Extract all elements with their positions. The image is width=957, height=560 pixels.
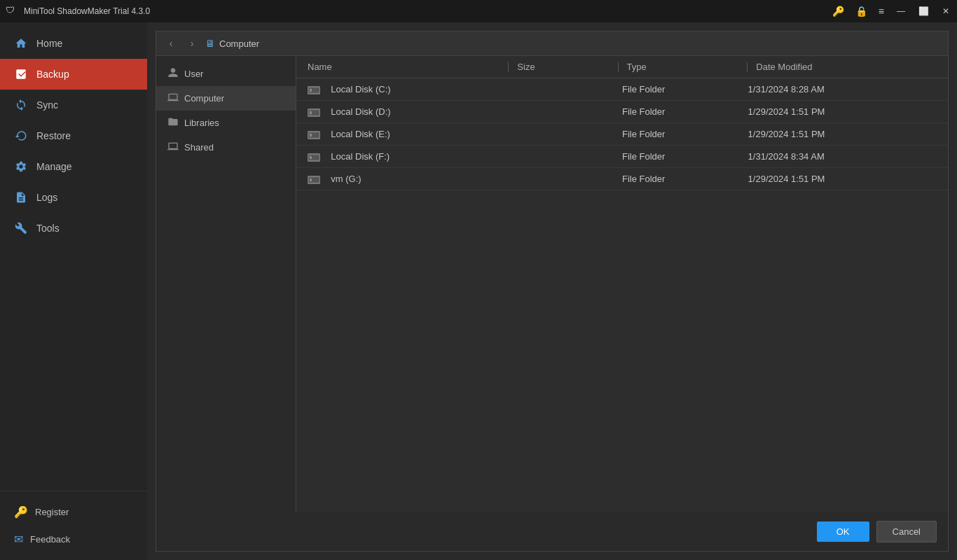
app-logo-icon: 🛡 xyxy=(6,5,18,18)
feedback-label: Feedback xyxy=(30,534,70,545)
file-list-headers: Name Size Type Date Modified xyxy=(296,56,948,78)
tree-panel: User Computer Libraries xyxy=(156,56,296,512)
tree-label-libraries: Libraries xyxy=(184,118,219,128)
key-icon[interactable]: 🔑 xyxy=(832,6,844,17)
svg-rect-2 xyxy=(310,89,312,92)
file-name-cell: Local Disk (F:) xyxy=(308,151,517,162)
register-icon: 🔑 xyxy=(14,505,28,519)
column-divider-3 xyxy=(747,62,748,72)
sidebar-item-manage[interactable]: Manage xyxy=(0,151,147,182)
disk-icon xyxy=(308,85,325,94)
close-button[interactable]: ✕ xyxy=(940,6,951,17)
minimize-button[interactable]: — xyxy=(895,6,907,17)
user-tree-icon xyxy=(167,67,179,80)
computer-address-icon: 🖥 xyxy=(205,38,215,49)
computer-tree-icon xyxy=(167,92,179,105)
back-button[interactable]: ‹ xyxy=(163,36,179,51)
address-bar: 🖥 Computer xyxy=(205,38,259,49)
tree-item-user[interactable]: User xyxy=(156,62,296,86)
file-name-cell: Local Disk (C:) xyxy=(308,84,517,94)
column-divider-2 xyxy=(618,62,619,72)
sidebar-label-home: Home xyxy=(36,38,62,49)
sidebar-item-home[interactable]: Home xyxy=(0,28,147,59)
tree-label-user: User xyxy=(184,69,203,79)
sidebar-item-sync[interactable]: Sync xyxy=(0,90,147,120)
file-name-cell: Local Disk (D:) xyxy=(308,106,517,117)
sync-icon xyxy=(14,98,28,112)
content-area: ‹ › 🖥 Computer User xyxy=(147,22,957,560)
file-date-cell: 1/31/2024 8:34 AM xyxy=(748,151,937,162)
tree-label-shared: Shared xyxy=(184,142,214,153)
sidebar-item-logs[interactable]: Logs xyxy=(0,182,147,213)
file-type-cell: File Folder xyxy=(622,106,748,117)
disk-icon xyxy=(308,152,325,162)
restore-button[interactable]: ⬜ xyxy=(918,6,929,17)
dialog-body: User Computer Libraries xyxy=(156,56,948,512)
register-label: Register xyxy=(35,507,69,517)
table-row[interactable]: Local Disk (E:) File Folder 1/29/2024 1:… xyxy=(296,123,948,146)
file-type-cell: File Folder xyxy=(622,174,748,184)
svg-rect-14 xyxy=(310,178,312,182)
tree-item-computer[interactable]: Computer xyxy=(156,86,296,111)
dialog-footer: OK Cancel xyxy=(156,512,948,551)
titlebar-controls: 🔑 🔒 ≡ — ⬜ ✕ xyxy=(832,6,951,17)
tree-label-computer: Computer xyxy=(184,93,224,104)
sidebar-label-logs: Logs xyxy=(36,192,57,203)
sidebar-item-register[interactable]: 🔑 Register xyxy=(0,498,147,526)
forward-button[interactable]: › xyxy=(184,36,200,51)
file-date-cell: 1/29/2024 1:51 PM xyxy=(748,174,937,184)
file-name-cell: Local Disk (E:) xyxy=(308,129,517,139)
main-container: Home Backup Sync Restore xyxy=(0,22,957,560)
table-row[interactable]: Local Disk (C:) File Folder 1/31/2024 8:… xyxy=(296,78,948,101)
tree-item-shared[interactable]: Shared xyxy=(156,135,296,160)
titlebar-left: 🛡 MiniTool ShadowMaker Trial 4.3.0 xyxy=(6,5,150,18)
file-type-cell: File Folder xyxy=(622,151,748,162)
sidebar-label-manage: Manage xyxy=(36,161,72,172)
shared-tree-icon xyxy=(167,141,179,154)
file-type-cell: File Folder xyxy=(622,84,748,94)
table-row[interactable]: Local Disk (F:) File Folder 1/31/2024 8:… xyxy=(296,146,948,168)
titlebar: 🛡 MiniTool ShadowMaker Trial 4.3.0 🔑 🔒 ≡… xyxy=(0,0,957,22)
lock-icon[interactable]: 🔒 xyxy=(855,6,867,17)
svg-rect-11 xyxy=(310,156,312,160)
file-type-cell: File Folder xyxy=(622,129,748,139)
menu-icon[interactable]: ≡ xyxy=(879,6,884,17)
backup-icon xyxy=(14,67,28,81)
sidebar-label-tools: Tools xyxy=(36,223,60,234)
svg-rect-8 xyxy=(310,134,312,137)
file-name-cell: vm (G:) xyxy=(308,174,517,184)
sidebar-item-feedback[interactable]: ✉ Feedback xyxy=(0,526,147,553)
feedback-icon: ✉ xyxy=(14,533,23,546)
table-row[interactable]: vm (G:) File Folder 1/29/2024 1:51 PM xyxy=(296,168,948,190)
file-date-cell: 1/29/2024 1:51 PM xyxy=(748,106,937,117)
restore-icon xyxy=(14,129,28,143)
manage-icon xyxy=(14,160,28,174)
file-browser-dialog: ‹ › 🖥 Computer User xyxy=(156,31,949,552)
disk-icon xyxy=(308,130,325,139)
tools-icon xyxy=(14,221,28,235)
cancel-button[interactable]: Cancel xyxy=(876,521,937,542)
sidebar-label-sync: Sync xyxy=(36,99,58,111)
sidebar-item-tools[interactable]: Tools xyxy=(0,213,147,244)
sidebar: Home Backup Sync Restore xyxy=(0,22,147,560)
column-header-name: Name xyxy=(308,62,508,72)
sidebar-item-backup[interactable]: Backup xyxy=(0,59,147,90)
column-divider-1 xyxy=(508,62,509,72)
ok-button[interactable]: OK xyxy=(817,522,869,542)
table-row[interactable]: Local Disk (D:) File Folder 1/29/2024 1:… xyxy=(296,101,948,123)
disk-icon xyxy=(308,107,325,117)
address-label: Computer xyxy=(219,38,259,49)
column-header-date: Date Modified xyxy=(756,62,937,72)
logs-icon xyxy=(14,190,28,204)
sidebar-item-restore[interactable]: Restore xyxy=(0,120,147,151)
sidebar-label-restore: Restore xyxy=(36,130,71,141)
tree-item-libraries[interactable]: Libraries xyxy=(156,111,296,135)
column-header-type: Type xyxy=(627,62,748,72)
sidebar-bottom: 🔑 Register ✉ Feedback xyxy=(0,491,147,560)
dialog-toolbar: ‹ › 🖥 Computer xyxy=(156,31,948,56)
sidebar-nav: Home Backup Sync Restore xyxy=(0,28,147,491)
file-date-cell: 1/31/2024 8:28 AM xyxy=(748,84,937,94)
column-header-size: Size xyxy=(517,62,617,72)
home-icon xyxy=(14,36,28,50)
disk-icon xyxy=(308,174,325,184)
